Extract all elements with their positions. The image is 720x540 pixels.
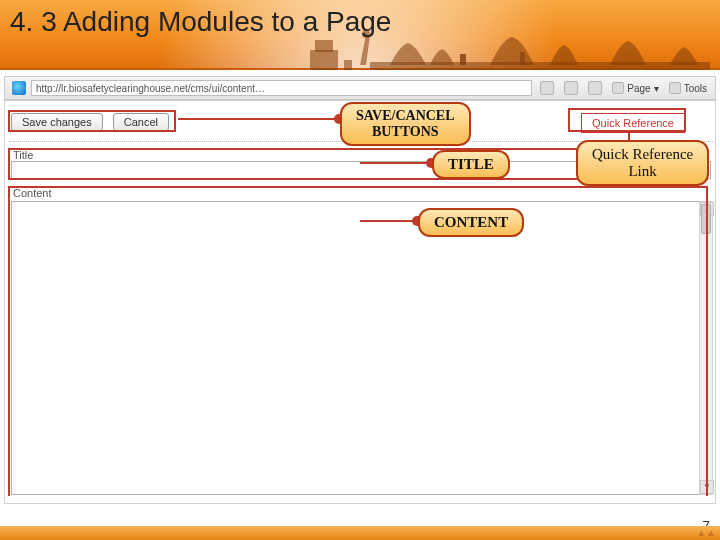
connector-save-cancel [178,118,340,120]
browser-address-bar: http://lr.biosafetyclearinghouse.net/cms… [4,76,716,100]
callout-content-text: CONTENT [434,214,508,230]
print-icon[interactable] [588,81,602,95]
callout-title-text: TITLE [448,156,494,172]
toolbar: Save changes Cancel [11,113,169,131]
svg-rect-2 [344,60,352,70]
address-field[interactable]: http://lr.biosafetyclearinghouse.net/cms… [31,80,532,96]
callout-save-cancel: SAVE/CANCEL BUTTONS [340,102,471,146]
callout-save-cancel-text: SAVE/CANCEL BUTTONS [356,108,455,139]
scroll-thumb[interactable] [701,204,711,234]
connector-content [360,220,418,222]
callout-title: TITLE [432,150,510,179]
page-menu-label: Page [627,83,650,94]
favicon-icon [12,81,26,95]
page-icon [612,82,624,94]
callout-content: CONTENT [418,208,524,237]
tools-menu-button[interactable]: Tools [669,82,707,94]
browser-tools: Page ▾ Tools [532,81,715,95]
home-icon[interactable] [540,81,554,95]
content-scrollbar[interactable]: ▲ ▼ [699,201,713,495]
svg-rect-6 [520,52,525,65]
page-menu-button[interactable]: Page ▾ [612,82,658,94]
callout-quickref-text: Quick Reference Link [592,146,693,179]
svg-rect-7 [460,54,466,65]
content-textarea[interactable] [11,201,711,495]
cancel-button[interactable]: Cancel [113,113,169,131]
quick-reference-link[interactable]: Quick Reference [581,113,685,133]
save-changes-button[interactable]: Save changes [11,113,103,131]
svg-rect-0 [310,50,338,70]
footer-silhouette: ▲▲ [696,527,716,538]
title-section-label: Title [11,149,35,161]
gear-icon [669,82,681,94]
feed-icon[interactable] [564,81,578,95]
tools-menu-label: Tools [684,83,707,94]
scroll-down-icon[interactable]: ▼ [700,480,714,494]
callout-quick-reference: Quick Reference Link [576,140,709,186]
svg-rect-1 [315,40,333,52]
content-section-label: Content [11,187,54,199]
connector-title [360,162,432,164]
slide: 4. 3 Adding Modules to a Page http://lr.… [0,0,720,540]
slide-title: 4. 3 Adding Modules to a Page [10,6,391,38]
footer-band [0,526,720,540]
